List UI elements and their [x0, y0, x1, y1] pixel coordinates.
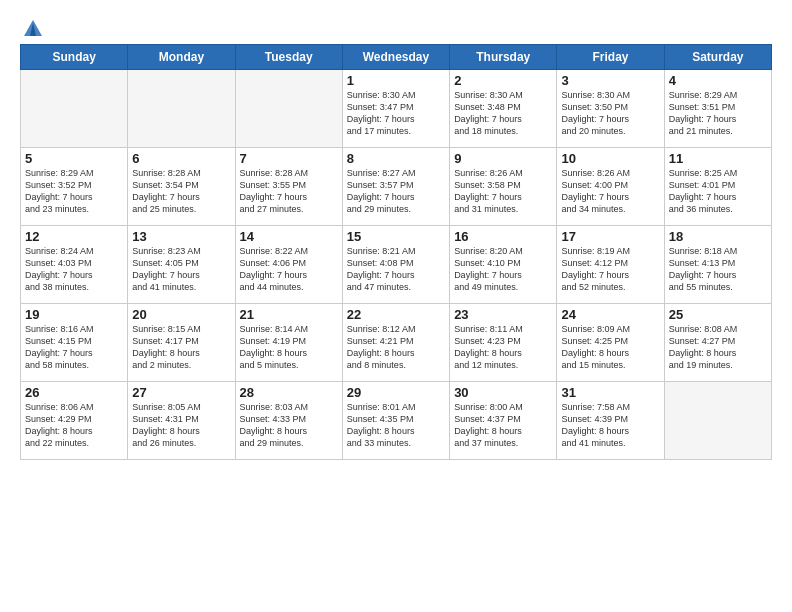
calendar-cell: 13Sunrise: 8:23 AMSunset: 4:05 PMDayligh…	[128, 226, 235, 304]
calendar-cell: 3Sunrise: 8:30 AMSunset: 3:50 PMDaylight…	[557, 70, 664, 148]
calendar-page: SundayMondayTuesdayWednesdayThursdayFrid…	[0, 0, 792, 612]
day-number: 24	[561, 307, 659, 322]
day-number: 22	[347, 307, 445, 322]
day-header-thursday: Thursday	[450, 45, 557, 70]
calendar-cell: 27Sunrise: 8:05 AMSunset: 4:31 PMDayligh…	[128, 382, 235, 460]
day-info: Sunrise: 8:11 AMSunset: 4:23 PMDaylight:…	[454, 323, 552, 372]
day-info: Sunrise: 8:14 AMSunset: 4:19 PMDaylight:…	[240, 323, 338, 372]
day-header-friday: Friday	[557, 45, 664, 70]
calendar-cell: 30Sunrise: 8:00 AMSunset: 4:37 PMDayligh…	[450, 382, 557, 460]
calendar-cell: 26Sunrise: 8:06 AMSunset: 4:29 PMDayligh…	[21, 382, 128, 460]
day-number: 4	[669, 73, 767, 88]
header	[20, 18, 772, 36]
day-info: Sunrise: 8:28 AMSunset: 3:54 PMDaylight:…	[132, 167, 230, 216]
calendar-cell: 22Sunrise: 8:12 AMSunset: 4:21 PMDayligh…	[342, 304, 449, 382]
calendar-cell: 11Sunrise: 8:25 AMSunset: 4:01 PMDayligh…	[664, 148, 771, 226]
day-info: Sunrise: 8:29 AMSunset: 3:52 PMDaylight:…	[25, 167, 123, 216]
calendar-cell	[128, 70, 235, 148]
day-number: 29	[347, 385, 445, 400]
day-info: Sunrise: 8:06 AMSunset: 4:29 PMDaylight:…	[25, 401, 123, 450]
day-info: Sunrise: 8:00 AMSunset: 4:37 PMDaylight:…	[454, 401, 552, 450]
day-number: 3	[561, 73, 659, 88]
calendar-cell: 4Sunrise: 8:29 AMSunset: 3:51 PMDaylight…	[664, 70, 771, 148]
day-number: 30	[454, 385, 552, 400]
day-info: Sunrise: 8:03 AMSunset: 4:33 PMDaylight:…	[240, 401, 338, 450]
calendar-cell: 20Sunrise: 8:15 AMSunset: 4:17 PMDayligh…	[128, 304, 235, 382]
day-info: Sunrise: 8:26 AMSunset: 4:00 PMDaylight:…	[561, 167, 659, 216]
calendar-cell: 29Sunrise: 8:01 AMSunset: 4:35 PMDayligh…	[342, 382, 449, 460]
day-header-sunday: Sunday	[21, 45, 128, 70]
day-number: 10	[561, 151, 659, 166]
day-info: Sunrise: 8:28 AMSunset: 3:55 PMDaylight:…	[240, 167, 338, 216]
day-header-wednesday: Wednesday	[342, 45, 449, 70]
calendar-cell: 23Sunrise: 8:11 AMSunset: 4:23 PMDayligh…	[450, 304, 557, 382]
day-number: 7	[240, 151, 338, 166]
calendar-cell: 7Sunrise: 8:28 AMSunset: 3:55 PMDaylight…	[235, 148, 342, 226]
calendar-cell: 24Sunrise: 8:09 AMSunset: 4:25 PMDayligh…	[557, 304, 664, 382]
logo-icon	[22, 18, 44, 40]
day-info: Sunrise: 8:25 AMSunset: 4:01 PMDaylight:…	[669, 167, 767, 216]
day-info: Sunrise: 8:29 AMSunset: 3:51 PMDaylight:…	[669, 89, 767, 138]
calendar-cell: 14Sunrise: 8:22 AMSunset: 4:06 PMDayligh…	[235, 226, 342, 304]
day-number: 17	[561, 229, 659, 244]
day-info: Sunrise: 7:58 AMSunset: 4:39 PMDaylight:…	[561, 401, 659, 450]
day-number: 9	[454, 151, 552, 166]
day-info: Sunrise: 8:30 AMSunset: 3:47 PMDaylight:…	[347, 89, 445, 138]
day-number: 19	[25, 307, 123, 322]
calendar-cell: 31Sunrise: 7:58 AMSunset: 4:39 PMDayligh…	[557, 382, 664, 460]
day-info: Sunrise: 8:05 AMSunset: 4:31 PMDaylight:…	[132, 401, 230, 450]
day-number: 1	[347, 73, 445, 88]
day-number: 5	[25, 151, 123, 166]
calendar-cell	[21, 70, 128, 148]
day-info: Sunrise: 8:08 AMSunset: 4:27 PMDaylight:…	[669, 323, 767, 372]
day-info: Sunrise: 8:20 AMSunset: 4:10 PMDaylight:…	[454, 245, 552, 294]
day-number: 18	[669, 229, 767, 244]
day-number: 8	[347, 151, 445, 166]
day-number: 13	[132, 229, 230, 244]
day-number: 28	[240, 385, 338, 400]
calendar-cell: 1Sunrise: 8:30 AMSunset: 3:47 PMDaylight…	[342, 70, 449, 148]
day-number: 11	[669, 151, 767, 166]
calendar-cell	[235, 70, 342, 148]
day-number: 31	[561, 385, 659, 400]
day-number: 16	[454, 229, 552, 244]
calendar-cell: 15Sunrise: 8:21 AMSunset: 4:08 PMDayligh…	[342, 226, 449, 304]
calendar-cell	[664, 382, 771, 460]
day-number: 21	[240, 307, 338, 322]
day-number: 2	[454, 73, 552, 88]
calendar-cell: 10Sunrise: 8:26 AMSunset: 4:00 PMDayligh…	[557, 148, 664, 226]
day-number: 6	[132, 151, 230, 166]
day-number: 20	[132, 307, 230, 322]
calendar-cell: 17Sunrise: 8:19 AMSunset: 4:12 PMDayligh…	[557, 226, 664, 304]
calendar-cell: 12Sunrise: 8:24 AMSunset: 4:03 PMDayligh…	[21, 226, 128, 304]
calendar-cell: 5Sunrise: 8:29 AMSunset: 3:52 PMDaylight…	[21, 148, 128, 226]
day-header-monday: Monday	[128, 45, 235, 70]
day-number: 23	[454, 307, 552, 322]
day-number: 27	[132, 385, 230, 400]
day-info: Sunrise: 8:01 AMSunset: 4:35 PMDaylight:…	[347, 401, 445, 450]
day-info: Sunrise: 8:23 AMSunset: 4:05 PMDaylight:…	[132, 245, 230, 294]
day-number: 12	[25, 229, 123, 244]
day-info: Sunrise: 8:16 AMSunset: 4:15 PMDaylight:…	[25, 323, 123, 372]
day-info: Sunrise: 8:18 AMSunset: 4:13 PMDaylight:…	[669, 245, 767, 294]
calendar-cell: 18Sunrise: 8:18 AMSunset: 4:13 PMDayligh…	[664, 226, 771, 304]
day-number: 25	[669, 307, 767, 322]
calendar-cell: 9Sunrise: 8:26 AMSunset: 3:58 PMDaylight…	[450, 148, 557, 226]
day-header-saturday: Saturday	[664, 45, 771, 70]
day-info: Sunrise: 8:27 AMSunset: 3:57 PMDaylight:…	[347, 167, 445, 216]
day-info: Sunrise: 8:12 AMSunset: 4:21 PMDaylight:…	[347, 323, 445, 372]
calendar-cell: 6Sunrise: 8:28 AMSunset: 3:54 PMDaylight…	[128, 148, 235, 226]
day-info: Sunrise: 8:21 AMSunset: 4:08 PMDaylight:…	[347, 245, 445, 294]
day-info: Sunrise: 8:30 AMSunset: 3:50 PMDaylight:…	[561, 89, 659, 138]
day-info: Sunrise: 8:26 AMSunset: 3:58 PMDaylight:…	[454, 167, 552, 216]
logo	[20, 18, 44, 36]
day-info: Sunrise: 8:24 AMSunset: 4:03 PMDaylight:…	[25, 245, 123, 294]
calendar-table: SundayMondayTuesdayWednesdayThursdayFrid…	[20, 44, 772, 460]
calendar-cell: 8Sunrise: 8:27 AMSunset: 3:57 PMDaylight…	[342, 148, 449, 226]
calendar-cell: 25Sunrise: 8:08 AMSunset: 4:27 PMDayligh…	[664, 304, 771, 382]
calendar-cell: 2Sunrise: 8:30 AMSunset: 3:48 PMDaylight…	[450, 70, 557, 148]
day-info: Sunrise: 8:30 AMSunset: 3:48 PMDaylight:…	[454, 89, 552, 138]
day-info: Sunrise: 8:22 AMSunset: 4:06 PMDaylight:…	[240, 245, 338, 294]
day-header-tuesday: Tuesday	[235, 45, 342, 70]
day-number: 14	[240, 229, 338, 244]
